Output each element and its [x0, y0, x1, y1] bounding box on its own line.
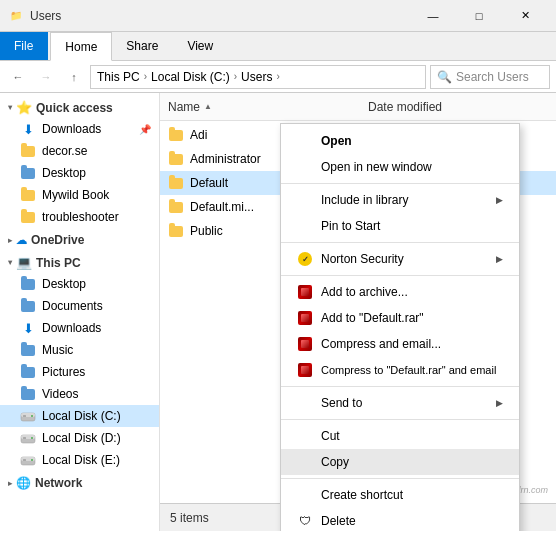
sidebar-item-videos[interactable]: Videos	[0, 383, 159, 405]
ribbon-tabs: File Home Share View	[0, 32, 556, 60]
sidebar-section-thispc: ▾ 💻 This PC Desktop Documents ⬇ Download…	[0, 252, 159, 471]
sidebar-item-troubleshooter[interactable]: troubleshooter	[0, 206, 159, 228]
path-part-users[interactable]: Users	[241, 70, 272, 84]
path-part-disk[interactable]: Local Disk (C:)	[151, 70, 230, 84]
ctx-delete[interactable]: 🛡 Delete	[281, 508, 519, 531]
tab-view[interactable]: View	[173, 32, 228, 60]
ctx-item-label: Open	[321, 134, 352, 148]
sidebar-item-music[interactable]: Music	[0, 339, 159, 361]
window-title: Users	[30, 9, 404, 23]
search-icon: 🔍	[437, 70, 452, 84]
col-date-label: Date modified	[368, 100, 442, 114]
sidebar: ▾ ⭐ Quick access ⬇ Downloads 📌 decor.se …	[0, 93, 160, 531]
folder-blue-icon	[20, 276, 36, 292]
ctx-open-new[interactable]: Open in new window	[281, 154, 519, 180]
chevron-right-icon: ▸	[8, 479, 12, 488]
sidebar-item-desktop-pc[interactable]: Desktop	[0, 273, 159, 295]
arrow-icon: ▶	[496, 398, 503, 408]
ctx-separator-5	[281, 419, 519, 420]
svg-rect-10	[23, 459, 26, 461]
ctx-shortcut-icon	[297, 487, 313, 503]
sidebar-item-mywild[interactable]: Mywild Book	[0, 184, 159, 206]
path-sep-3: ›	[276, 71, 279, 82]
ctx-shield-icon: 🛡	[297, 513, 313, 529]
ctx-add-default-rar[interactable]: Add to "Default.rar"	[281, 305, 519, 331]
sort-arrow-icon: ▲	[204, 102, 212, 111]
svg-point-7	[31, 437, 33, 439]
ctx-item-label: Add to "Default.rar"	[321, 311, 424, 325]
sidebar-quickaccess-header[interactable]: ▾ ⭐ Quick access	[0, 97, 159, 118]
ctx-item-label: Copy	[321, 455, 349, 469]
downloads-icon: ⬇	[20, 121, 36, 137]
arrow-icon: ▶	[496, 254, 503, 264]
sidebar-item-localc[interactable]: Local Disk (C:)	[0, 405, 159, 427]
folder-blue-icon	[20, 386, 36, 402]
col-date-header[interactable]: Date modified	[368, 100, 548, 114]
drive-icon	[20, 430, 36, 446]
ctx-sendto-icon	[297, 395, 313, 411]
arrow-icon: ▶	[496, 195, 503, 205]
tab-home[interactable]: Home	[50, 32, 112, 61]
maximize-button[interactable]: □	[456, 0, 502, 32]
sidebar-item-locale[interactable]: Local Disk (E:)	[0, 449, 159, 471]
address-bar: ← → ↑ This PC › Local Disk (C:) › Users …	[0, 61, 556, 93]
sidebar-item-decor[interactable]: decor.se	[0, 140, 159, 162]
close-button[interactable]: ✕	[502, 0, 548, 32]
sidebar-item-label: Documents	[42, 299, 103, 313]
sidebar-item-label: Desktop	[42, 166, 86, 180]
ctx-add-archive[interactable]: Add to archive...	[281, 279, 519, 305]
sidebar-item-downloads[interactable]: ⬇ Downloads 📌	[0, 118, 159, 140]
ctx-open[interactable]: Open	[281, 128, 519, 154]
back-button[interactable]: ←	[6, 65, 30, 89]
sidebar-onedrive-header[interactable]: ▸ ☁ OneDrive	[0, 230, 159, 250]
quickaccess-icon: ⭐	[16, 100, 32, 115]
up-button[interactable]: ↑	[62, 65, 86, 89]
title-bar-buttons: — □ ✕	[410, 0, 548, 32]
ctx-lib-icon	[297, 192, 313, 208]
ctx-cut[interactable]: Cut	[281, 423, 519, 449]
ctx-pin-start[interactable]: Pin to Start	[281, 213, 519, 239]
ctx-compress-email[interactable]: Compress and email...	[281, 331, 519, 357]
ctx-separator-4	[281, 386, 519, 387]
ctx-copy-icon	[297, 454, 313, 470]
ctx-item-label: Send to	[321, 396, 362, 410]
search-box[interactable]: 🔍 Search Users	[430, 65, 550, 89]
ctx-copy[interactable]: Copy	[281, 449, 519, 475]
sidebar-item-label: Downloads	[42, 321, 101, 335]
rar-add-icon	[297, 284, 313, 300]
network-label: Network	[35, 476, 82, 490]
rar-email2-icon	[297, 362, 313, 378]
svg-point-3	[31, 415, 33, 417]
folder-blue-icon	[20, 364, 36, 380]
address-path[interactable]: This PC › Local Disk (C:) › Users ›	[90, 65, 426, 89]
tab-share[interactable]: Share	[112, 32, 173, 60]
ctx-send-to[interactable]: Send to ▶	[281, 390, 519, 416]
sidebar-item-pictures[interactable]: Pictures	[0, 361, 159, 383]
pc-icon: 💻	[16, 255, 32, 270]
rar-icon	[297, 310, 313, 326]
folder-icon	[168, 151, 184, 167]
ctx-item-label: Compress and email...	[321, 337, 441, 351]
sidebar-item-locald[interactable]: Local Disk (D:)	[0, 427, 159, 449]
sidebar-thispc-header[interactable]: ▾ 💻 This PC	[0, 252, 159, 273]
minimize-button[interactable]: —	[410, 0, 456, 32]
col-name-header[interactable]: Name ▲	[168, 100, 368, 114]
sidebar-item-label: Desktop	[42, 277, 86, 291]
tab-file[interactable]: File	[0, 32, 48, 60]
ctx-item-label: Norton Security	[321, 252, 404, 266]
ctx-include-lib[interactable]: Include in library ▶	[281, 187, 519, 213]
sidebar-item-documents[interactable]: Documents	[0, 295, 159, 317]
ctx-compress-default-email[interactable]: Compress to "Default.rar" and email	[281, 357, 519, 383]
window-icon: 📁	[8, 8, 24, 24]
sidebar-network-header[interactable]: ▸ 🌐 Network	[0, 473, 159, 493]
sidebar-item-downloads-pc[interactable]: ⬇ Downloads	[0, 317, 159, 339]
search-placeholder: Search Users	[456, 70, 529, 84]
forward-button[interactable]: →	[34, 65, 58, 89]
folder-icon	[168, 175, 184, 191]
thispc-label: This PC	[36, 256, 81, 270]
sidebar-section-network: ▸ 🌐 Network	[0, 473, 159, 493]
sidebar-item-desktop-qa[interactable]: Desktop	[0, 162, 159, 184]
ctx-create-shortcut[interactable]: Create shortcut	[281, 482, 519, 508]
path-part-thispc[interactable]: This PC	[97, 70, 140, 84]
ctx-norton[interactable]: ✓ Norton Security ▶	[281, 246, 519, 272]
